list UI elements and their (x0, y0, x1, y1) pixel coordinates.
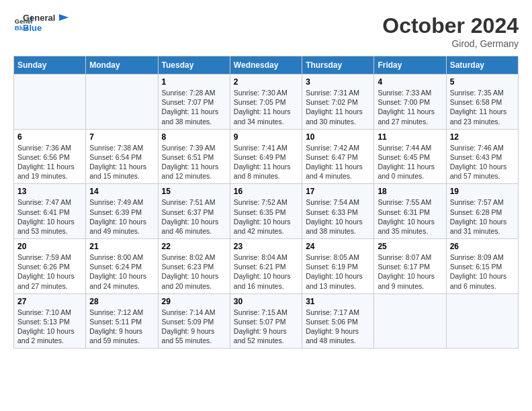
calendar-cell: 9Sunrise: 7:41 AMSunset: 6:49 PMDaylight… (230, 129, 302, 184)
calendar-week-2: 6Sunrise: 7:36 AMSunset: 6:56 PMDaylight… (14, 129, 519, 184)
day-number: 16 (234, 187, 298, 196)
calendar-cell: 10Sunrise: 7:42 AMSunset: 6:47 PMDayligh… (302, 129, 374, 184)
calendar-cell: 23Sunrise: 8:04 AMSunset: 6:21 PMDayligh… (230, 239, 302, 294)
calendar-cell: 19Sunrise: 7:57 AMSunset: 6:28 PMDayligh… (446, 184, 518, 239)
calendar-cell: 8Sunrise: 7:39 AMSunset: 6:51 PMDaylight… (158, 129, 230, 184)
day-info: Sunrise: 7:49 AMSunset: 6:39 PMDaylight:… (89, 197, 154, 236)
calendar-week-4: 20Sunrise: 7:59 AMSunset: 6:26 PMDayligh… (14, 239, 519, 294)
day-info: Sunrise: 7:30 AMSunset: 7:05 PMDaylight:… (234, 88, 298, 126)
logo-flag-icon (59, 14, 69, 28)
calendar-cell: 7Sunrise: 7:38 AMSunset: 6:54 PMDaylight… (86, 129, 158, 184)
day-number: 10 (306, 132, 370, 142)
day-info: Sunrise: 7:41 AMSunset: 6:49 PMDaylight:… (234, 143, 298, 181)
day-number: 3 (306, 77, 370, 87)
day-number: 18 (378, 187, 442, 196)
day-number: 29 (162, 297, 226, 306)
calendar-cell: 21Sunrise: 8:00 AMSunset: 6:24 PMDayligh… (86, 239, 158, 294)
calendar-cell: 12Sunrise: 7:46 AMSunset: 6:43 PMDayligh… (446, 129, 518, 184)
calendar-cell: 1Sunrise: 7:28 AMSunset: 7:07 PMDaylight… (158, 75, 230, 130)
day-number: 24 (306, 242, 370, 251)
day-number: 8 (162, 132, 226, 142)
day-number: 22 (162, 242, 226, 251)
day-number: 7 (89, 132, 154, 142)
day-info: Sunrise: 7:12 AMSunset: 5:11 PMDaylight:… (89, 308, 154, 346)
day-info: Sunrise: 7:42 AMSunset: 6:47 PMDaylight:… (306, 143, 370, 181)
day-info: Sunrise: 7:54 AMSunset: 6:33 PMDaylight:… (306, 197, 370, 236)
calendar-cell: 24Sunrise: 8:05 AMSunset: 6:19 PMDayligh… (302, 239, 374, 294)
page-header: General Blue General Blue October 2024 G… (13, 13, 519, 49)
calendar-cell: 22Sunrise: 8:02 AMSunset: 6:23 PMDayligh… (158, 239, 230, 294)
day-info: Sunrise: 7:10 AMSunset: 5:13 PMDaylight:… (17, 308, 82, 346)
calendar-cell: 5Sunrise: 7:35 AMSunset: 6:58 PMDaylight… (446, 75, 518, 130)
day-info: Sunrise: 7:14 AMSunset: 5:09 PMDaylight:… (162, 308, 226, 346)
calendar-cell: 13Sunrise: 7:47 AMSunset: 6:41 PMDayligh… (14, 184, 86, 239)
day-info: Sunrise: 7:36 AMSunset: 6:56 PMDaylight:… (17, 143, 82, 181)
calendar-week-1: 1Sunrise: 7:28 AMSunset: 7:07 PMDaylight… (14, 75, 519, 130)
day-info: Sunrise: 8:07 AMSunset: 6:17 PMDaylight:… (378, 253, 442, 291)
weekday-header-sunday: Sunday (14, 56, 86, 75)
calendar-cell: 14Sunrise: 7:49 AMSunset: 6:39 PMDayligh… (86, 184, 158, 239)
day-info: Sunrise: 7:52 AMSunset: 6:35 PMDaylight:… (234, 197, 298, 236)
calendar-cell: 30Sunrise: 7:15 AMSunset: 5:07 PMDayligh… (230, 293, 302, 349)
day-info: Sunrise: 8:00 AMSunset: 6:24 PMDaylight:… (89, 253, 154, 291)
calendar-cell: 11Sunrise: 7:44 AMSunset: 6:45 PMDayligh… (374, 129, 446, 184)
day-info: Sunrise: 7:15 AMSunset: 5:07 PMDaylight:… (234, 308, 298, 346)
calendar-week-3: 13Sunrise: 7:47 AMSunset: 6:41 PMDayligh… (14, 184, 519, 239)
calendar-cell: 25Sunrise: 8:07 AMSunset: 6:17 PMDayligh… (374, 239, 446, 294)
title-block: October 2024 Girod, Germany (382, 13, 519, 49)
day-number: 4 (378, 77, 442, 87)
svg-marker-3 (59, 14, 69, 21)
day-number: 17 (306, 187, 370, 196)
weekday-header-tuesday: Tuesday (158, 56, 230, 75)
day-info: Sunrise: 7:51 AMSunset: 6:37 PMDaylight:… (162, 197, 226, 236)
day-info: Sunrise: 7:35 AMSunset: 6:58 PMDaylight:… (450, 88, 515, 126)
day-info: Sunrise: 8:04 AMSunset: 6:21 PMDaylight:… (234, 253, 298, 291)
day-info: Sunrise: 7:47 AMSunset: 6:41 PMDaylight:… (17, 197, 82, 236)
day-info: Sunrise: 7:44 AMSunset: 6:45 PMDaylight:… (378, 143, 442, 181)
calendar-cell: 4Sunrise: 7:33 AMSunset: 7:00 PMDaylight… (374, 75, 446, 130)
day-number: 15 (162, 187, 226, 196)
day-number: 6 (17, 132, 82, 142)
month-title: October 2024 (382, 13, 519, 38)
day-number: 26 (450, 242, 515, 251)
day-info: Sunrise: 7:31 AMSunset: 7:02 PMDaylight:… (306, 88, 370, 126)
day-info: Sunrise: 7:33 AMSunset: 7:00 PMDaylight:… (378, 88, 442, 126)
day-info: Sunrise: 7:39 AMSunset: 6:51 PMDaylight:… (162, 143, 226, 181)
day-number: 23 (234, 242, 298, 251)
weekday-header-monday: Monday (86, 56, 158, 75)
day-number: 9 (234, 132, 298, 142)
day-number: 27 (17, 297, 82, 306)
day-number: 14 (89, 187, 154, 196)
day-number: 31 (306, 297, 370, 306)
weekday-header-friday: Friday (374, 56, 446, 75)
logo-blue: Blue (23, 24, 55, 34)
day-number: 12 (450, 132, 515, 142)
day-info: Sunrise: 7:55 AMSunset: 6:31 PMDaylight:… (378, 197, 442, 236)
calendar-cell: 17Sunrise: 7:54 AMSunset: 6:33 PMDayligh… (302, 184, 374, 239)
day-number: 25 (378, 242, 442, 251)
calendar-cell: 27Sunrise: 7:10 AMSunset: 5:13 PMDayligh… (14, 293, 86, 349)
day-info: Sunrise: 7:38 AMSunset: 6:54 PMDaylight:… (89, 143, 154, 181)
day-info: Sunrise: 7:59 AMSunset: 6:26 PMDaylight:… (17, 253, 82, 291)
calendar-cell: 18Sunrise: 7:55 AMSunset: 6:31 PMDayligh… (374, 184, 446, 239)
day-number: 11 (378, 132, 442, 142)
day-info: Sunrise: 7:28 AMSunset: 7:07 PMDaylight:… (162, 88, 226, 126)
calendar-cell (14, 75, 86, 130)
calendar-cell (86, 75, 158, 130)
weekday-header-row: SundayMondayTuesdayWednesdayThursdayFrid… (14, 56, 519, 75)
day-number: 28 (89, 297, 154, 306)
day-info: Sunrise: 8:09 AMSunset: 6:15 PMDaylight:… (450, 253, 515, 291)
day-number: 2 (234, 77, 298, 87)
calendar-cell: 3Sunrise: 7:31 AMSunset: 7:02 PMDaylight… (302, 75, 374, 130)
calendar-week-5: 27Sunrise: 7:10 AMSunset: 5:13 PMDayligh… (14, 293, 519, 349)
calendar-cell: 6Sunrise: 7:36 AMSunset: 6:56 PMDaylight… (14, 129, 86, 184)
day-number: 19 (450, 187, 515, 196)
weekday-header-wednesday: Wednesday (230, 56, 302, 75)
day-number: 20 (17, 242, 82, 251)
day-info: Sunrise: 7:46 AMSunset: 6:43 PMDaylight:… (450, 143, 515, 181)
location: Girod, Germany (382, 38, 519, 49)
logo-general: General (23, 13, 55, 24)
calendar-cell: 31Sunrise: 7:17 AMSunset: 5:06 PMDayligh… (302, 293, 374, 349)
weekday-header-saturday: Saturday (446, 56, 518, 75)
weekday-header-thursday: Thursday (302, 56, 374, 75)
